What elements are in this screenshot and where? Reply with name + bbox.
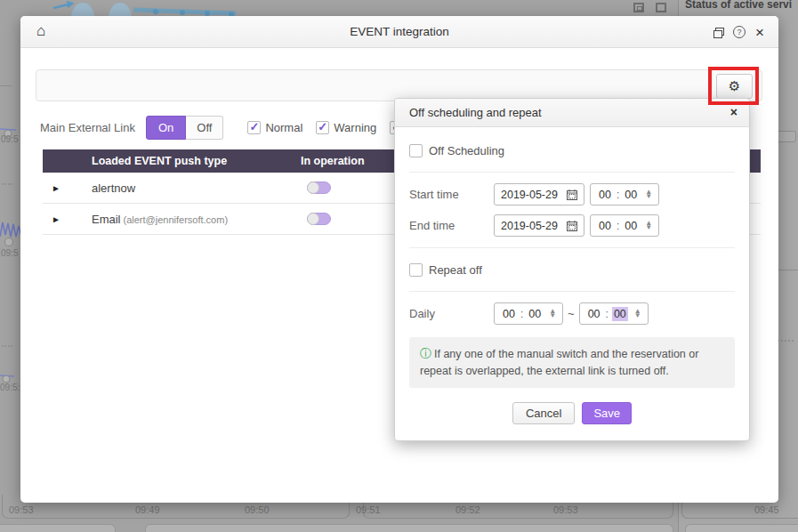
push-type-column-header: Loaded EVENT push type <box>92 155 301 167</box>
end-date-value: 2019-05-29 <box>501 220 558 232</box>
off-scheduling-checkbox[interactable]: Off Scheduling <box>409 140 735 161</box>
dialog-titlebar: Off scheduling and repeat × <box>395 99 749 127</box>
calendar-icon <box>567 221 577 231</box>
calendar-icon <box>567 189 577 200</box>
main-external-link-label: Main External Link <box>40 121 135 134</box>
background-left-time-label: 09:5 <box>1 134 18 144</box>
warning-checkbox[interactable]: ✓ Warning <box>316 121 376 134</box>
daily-to-hour-value: 00 <box>586 307 602 321</box>
end-time-input[interactable]: 00 : 00 ▲▼ <box>590 214 659 237</box>
warning-label: Warning <box>334 121 376 134</box>
time-colon: : <box>520 308 523 320</box>
start-time-label: Start time <box>409 188 494 201</box>
push-type-name: alertnow <box>92 181 135 195</box>
expand-row-icon[interactable]: ► <box>43 183 92 193</box>
checkbox-unchecked-icon <box>409 263 423 277</box>
end-hour-value: 00 <box>597 219 613 233</box>
off-button[interactable]: Off <box>186 116 223 140</box>
divider <box>409 247 735 248</box>
background-top-chart <box>49 0 240 16</box>
expand-row-icon[interactable]: ► <box>43 214 92 224</box>
off-scheduling-label: Off Scheduling <box>429 144 504 157</box>
on-button[interactable]: On <box>146 116 186 140</box>
on-off-switch: On Off <box>146 116 223 140</box>
time-colon: : <box>606 308 609 320</box>
start-time-input[interactable]: 00 : 00 ▲▼ <box>590 183 659 206</box>
time-spinner[interactable]: ▲▼ <box>634 310 641 318</box>
push-type-detail: (alert@jennifersoft.com) <box>124 214 229 225</box>
checkbox-unchecked-icon <box>409 144 423 157</box>
daily-row: Daily 00 : 00 ▲▼ ~ 00 : 00 ▲▼ <box>409 302 735 325</box>
checkbox-checked-icon: ✓ <box>247 121 261 134</box>
start-date-input[interactable]: 2019-05-29 <box>494 183 584 206</box>
background-panel-top <box>685 524 798 532</box>
repeat-off-label: Repeat off <box>429 263 482 277</box>
daily-label: Daily <box>409 307 494 320</box>
info-icon: ⓘ <box>420 347 431 360</box>
help-icon[interactable]: ? <box>733 26 746 38</box>
start-hour-value: 00 <box>597 188 613 202</box>
cancel-button[interactable]: Cancel <box>512 402 575 424</box>
spinner-down-icon: ▼ <box>645 195 652 199</box>
background-dotted-line <box>2 345 12 347</box>
info-message-box: ⓘIf any one of the manual switch and the… <box>409 337 735 388</box>
background-time-label: 09:50 <box>245 504 270 515</box>
spinner-down-icon: ▼ <box>645 226 652 230</box>
annotation-highlight-box <box>708 67 759 105</box>
in-operation-toggle[interactable] <box>307 213 331 225</box>
time-colon: : <box>617 220 619 232</box>
background-left-time-label: 09:5 <box>1 248 18 258</box>
background-time-label: 09:45 <box>754 504 779 515</box>
checkbox-checked-icon: ✓ <box>316 121 329 134</box>
window-titlebar: ⌂ EVENT integration ? × <box>20 16 778 48</box>
daily-from-hour-value: 00 <box>501 307 517 321</box>
background-panel-top <box>145 524 673 532</box>
background-dotted-line <box>2 183 12 185</box>
time-spinner[interactable]: ▲▼ <box>549 310 556 318</box>
background-status-title: Status of active servi <box>685 0 798 11</box>
off-scheduling-dialog: Off scheduling and repeat × Off Scheduli… <box>394 98 750 441</box>
divider <box>409 172 735 173</box>
start-date-value: 2019-05-29 <box>501 189 558 201</box>
close-icon[interactable]: × <box>755 25 764 40</box>
background-panel-edge <box>0 85 12 86</box>
background-fullscreen-icon <box>656 3 666 12</box>
toolbar <box>36 69 762 101</box>
end-time-label: End time <box>409 219 494 232</box>
background-left-time-label: 09:5: <box>0 383 20 392</box>
daily-to-minute-value-selected: 00 <box>612 307 628 321</box>
dialog-title: Off scheduling and repeat <box>409 106 542 119</box>
repeat-off-checkbox[interactable]: Repeat off <box>409 259 735 280</box>
time-colon: : <box>617 189 619 201</box>
start-time-row: Start time 2019-05-29 00 : 00 ▲▼ <box>409 183 735 206</box>
background-time-label: 09:49 <box>135 504 160 515</box>
push-type-name: Email <box>92 213 121 226</box>
range-tilde: ~ <box>568 307 575 320</box>
divider <box>409 291 735 292</box>
in-operation-toggle[interactable] <box>307 181 331 194</box>
home-icon[interactable]: ⌂ <box>36 23 45 38</box>
end-date-input[interactable]: 2019-05-29 <box>494 214 584 237</box>
window-title: EVENT integration <box>350 25 449 38</box>
background-windows-icon <box>633 3 644 12</box>
restore-window-icon[interactable] <box>713 28 723 36</box>
toggle-knob <box>307 213 319 225</box>
spinner-down-icon: ▼ <box>634 314 641 318</box>
daily-from-minute-value: 00 <box>527 307 543 321</box>
save-button[interactable]: Save <box>582 402 632 424</box>
time-spinner[interactable]: ▲▼ <box>645 222 652 230</box>
spinner-down-icon: ▼ <box>549 314 556 318</box>
background-panel-top <box>0 524 116 532</box>
toggle-knob <box>307 181 319 194</box>
background-time-label: 09:52 <box>455 504 480 515</box>
normal-checkbox[interactable]: ✓ Normal <box>247 121 302 134</box>
normal-label: Normal <box>265 121 302 134</box>
daily-from-time-input[interactable]: 00 : 00 ▲▼ <box>494 302 563 325</box>
background-time-label: 09:53 <box>553 504 578 515</box>
info-message-text: If any one of the manual switch and the … <box>420 348 698 377</box>
dialog-close-icon[interactable]: × <box>730 106 738 118</box>
background-time-label: 09:51 <box>356 504 381 515</box>
daily-to-time-input[interactable]: 00 : 00 ▲▼ <box>579 302 649 325</box>
time-spinner[interactable]: ▲▼ <box>645 190 652 199</box>
background-time-label: 09:53 <box>9 504 34 515</box>
